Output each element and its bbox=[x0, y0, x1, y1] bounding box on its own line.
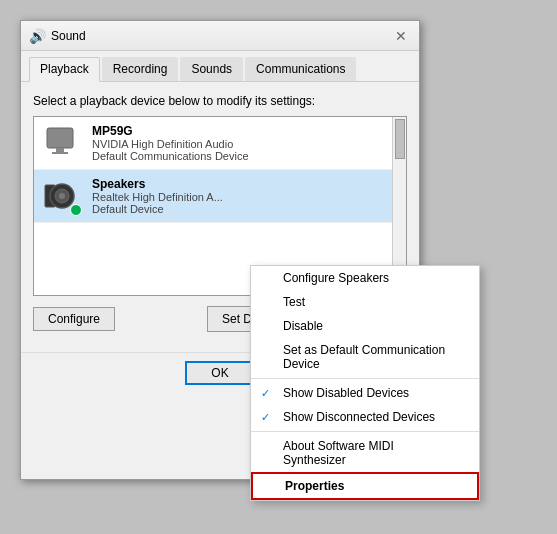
menu-show-disabled[interactable]: ✓ Show Disabled Devices bbox=[251, 381, 479, 405]
device-info-mp59g: MP59G NVIDIA High Definition Audio Defau… bbox=[92, 124, 398, 162]
menu-divider-2 bbox=[251, 431, 479, 432]
menu-divider-1 bbox=[251, 378, 479, 379]
device-icon-speakers bbox=[42, 176, 82, 216]
device-name-speakers: Speakers bbox=[92, 177, 398, 191]
menu-item-label: Test bbox=[283, 295, 305, 309]
panel-instruction: Select a playback device below to modify… bbox=[33, 94, 407, 108]
svg-rect-0 bbox=[47, 128, 73, 148]
svg-rect-1 bbox=[56, 148, 64, 152]
menu-about-midi[interactable]: About Software MIDI Synthesizer bbox=[251, 434, 479, 472]
menu-show-disconnected[interactable]: ✓ Show Disconnected Devices bbox=[251, 405, 479, 429]
device-item-mp59g[interactable]: MP59G NVIDIA High Definition Audio Defau… bbox=[34, 117, 406, 170]
status-indicator-green bbox=[70, 204, 82, 216]
tab-sounds[interactable]: Sounds bbox=[180, 57, 243, 81]
device-detail2-speakers: Default Device bbox=[92, 203, 398, 215]
menu-item-label: Show Disabled Devices bbox=[283, 386, 409, 400]
tab-communications[interactable]: Communications bbox=[245, 57, 356, 81]
window-title: Sound bbox=[51, 29, 391, 43]
scrollbar-thumb[interactable] bbox=[395, 119, 405, 159]
checkmark-show-disconnected: ✓ bbox=[261, 411, 270, 424]
menu-configure-speakers[interactable]: Configure Speakers bbox=[251, 266, 479, 290]
device-detail2-mp59g: Default Communications Device bbox=[92, 150, 398, 162]
menu-item-label: Disable bbox=[283, 319, 323, 333]
window-icon: 🔊 bbox=[29, 28, 45, 44]
menu-item-label: Show Disconnected Devices bbox=[283, 410, 435, 424]
svg-rect-2 bbox=[52, 152, 68, 154]
menu-item-label: Set as Default Communication Device bbox=[283, 343, 459, 371]
menu-item-label: About Software MIDI Synthesizer bbox=[283, 439, 459, 467]
ok-button[interactable]: OK bbox=[185, 361, 255, 385]
device-item-speakers[interactable]: Speakers Realtek High Definition A... De… bbox=[34, 170, 406, 223]
device-detail1-speakers: Realtek High Definition A... bbox=[92, 191, 398, 203]
title-bar: 🔊 Sound ✕ bbox=[21, 21, 419, 51]
checkmark-show-disabled: ✓ bbox=[261, 387, 270, 400]
menu-item-label: Properties bbox=[285, 479, 344, 493]
configure-button[interactable]: Configure bbox=[33, 307, 115, 331]
menu-test[interactable]: Test bbox=[251, 290, 479, 314]
tab-bar: Playback Recording Sounds Communications bbox=[21, 51, 419, 82]
menu-properties[interactable]: Properties bbox=[251, 472, 479, 500]
menu-disable[interactable]: Disable bbox=[251, 314, 479, 338]
device-info-speakers: Speakers Realtek High Definition A... De… bbox=[92, 177, 398, 215]
device-name-mp59g: MP59G bbox=[92, 124, 398, 138]
menu-item-label: Configure Speakers bbox=[283, 271, 389, 285]
device-detail1-mp59g: NVIDIA High Definition Audio bbox=[92, 138, 398, 150]
svg-point-6 bbox=[59, 193, 65, 199]
menu-set-default-comm[interactable]: Set as Default Communication Device bbox=[251, 338, 479, 376]
context-menu: Configure Speakers Test Disable Set as D… bbox=[250, 265, 480, 501]
device-icon-mp59g bbox=[42, 123, 82, 163]
tab-recording[interactable]: Recording bbox=[102, 57, 179, 81]
tab-playback[interactable]: Playback bbox=[29, 57, 100, 82]
close-button[interactable]: ✕ bbox=[391, 26, 411, 46]
